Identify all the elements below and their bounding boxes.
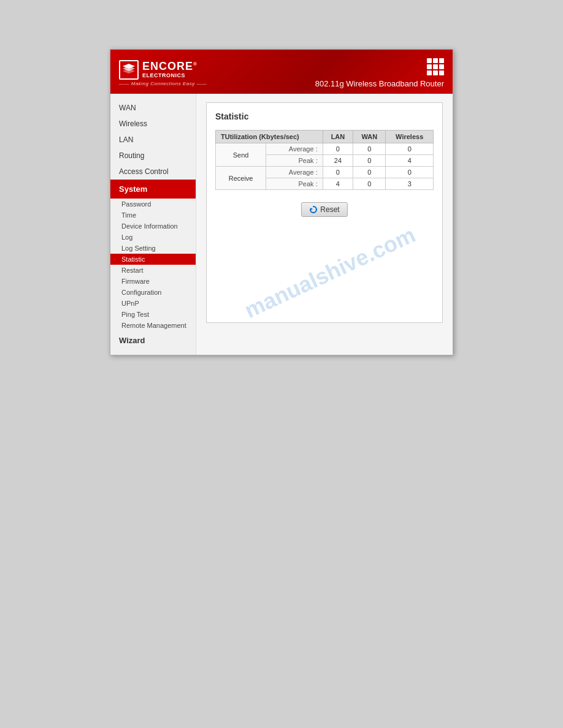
th-wireless: Wireless: [386, 131, 434, 143]
receive-average-lan: 0: [323, 167, 353, 178]
sidebar-item-routing[interactable]: Routing: [110, 148, 196, 164]
sidebar-item-time[interactable]: Time: [110, 210, 196, 221]
watermark: manualshive.com: [240, 222, 419, 323]
panel-title: Statistic: [215, 112, 434, 121]
receive-average-label: Average :: [266, 167, 323, 178]
brand-text: ENCORE® ELECTRONICS: [142, 61, 197, 79]
receive-peak-label: Peak :: [266, 178, 323, 190]
reset-label: Reset: [320, 205, 339, 214]
content-area: Statistic TUtilization (Kbytes/sec) LAN …: [196, 94, 453, 355]
send-average-wireless: 0: [386, 143, 434, 155]
sidebar-item-password[interactable]: Password: [110, 199, 196, 210]
reset-button[interactable]: Reset: [301, 202, 347, 217]
th-lan: LAN: [323, 131, 353, 143]
refresh-icon: [309, 205, 318, 214]
sidebar-item-log[interactable]: Log: [110, 232, 196, 243]
receive-label: Receive: [216, 167, 266, 190]
reset-btn-area: Reset: [215, 202, 434, 217]
receive-average-wireless: 0: [386, 167, 434, 178]
brand-sub: ELECTRONICS: [142, 72, 197, 78]
logo-icon: [119, 60, 139, 80]
receive-peak-wireless: 3: [386, 178, 434, 190]
send-label: Send: [216, 143, 266, 167]
sidebar-item-wireless[interactable]: Wireless: [110, 116, 196, 132]
send-average-lan: 0: [323, 143, 353, 155]
main-content: WAN Wireless LAN Routing Access Control …: [110, 94, 453, 355]
send-peak-label: Peak :: [266, 155, 323, 167]
svg-marker-4: [310, 208, 313, 210]
send-peak-wireless: 4: [386, 155, 434, 167]
logo-area: ENCORE® ELECTRONICS —— Making Connection…: [119, 60, 207, 86]
sidebar-item-log-setting[interactable]: Log Setting: [110, 243, 196, 254]
sidebar: WAN Wireless LAN Routing Access Control …: [110, 94, 196, 355]
sidebar-item-wan[interactable]: WAN: [110, 100, 196, 116]
receive-peak-lan: 4: [323, 178, 353, 190]
receive-peak-wan: 0: [353, 178, 386, 190]
grid-icon: [427, 58, 444, 75]
send-peak-wan: 0: [353, 155, 386, 167]
sidebar-item-ping-test[interactable]: Ping Test: [110, 309, 196, 320]
sidebar-item-upnp[interactable]: UPnP: [110, 298, 196, 309]
th-utilization: TUtilization (Kbytes/sec): [216, 131, 323, 143]
header-right: 802.11g Wireless Broadband Router: [315, 58, 444, 88]
table-row: Receive Average : 0 0 0: [216, 167, 434, 178]
header: ENCORE® ELECTRONICS —— Making Connection…: [110, 50, 453, 94]
sidebar-item-lan[interactable]: LAN: [110, 132, 196, 148]
sidebar-item-firmware[interactable]: Firmware: [110, 276, 196, 287]
sidebar-item-remote-management[interactable]: Remote Management: [110, 320, 196, 331]
receive-average-wan: 0: [353, 167, 386, 178]
sidebar-item-configuration[interactable]: Configuration: [110, 287, 196, 298]
tagline: —— Making Connections Easy ——: [119, 81, 207, 86]
sidebar-section-system[interactable]: System: [110, 180, 196, 199]
sidebar-item-wizard[interactable]: Wizard: [110, 331, 196, 349]
sidebar-item-access-control[interactable]: Access Control: [110, 164, 196, 180]
sidebar-item-device-information[interactable]: Device Information: [110, 221, 196, 232]
sidebar-item-restart[interactable]: Restart: [110, 265, 196, 276]
send-average-label: Average :: [266, 143, 323, 155]
send-peak-lan: 24: [323, 155, 353, 167]
table-row: Send Average : 0 0 0: [216, 143, 434, 155]
router-title: 802.11g Wireless Broadband Router: [315, 79, 444, 88]
th-wan: WAN: [353, 131, 386, 143]
sidebar-item-statistic[interactable]: Statistic: [110, 254, 196, 265]
content-panel: Statistic TUtilization (Kbytes/sec) LAN …: [206, 102, 443, 323]
stat-table: TUtilization (Kbytes/sec) LAN WAN Wirele…: [215, 130, 434, 190]
send-average-wan: 0: [353, 143, 386, 155]
brand-name: ENCORE®: [142, 61, 197, 73]
